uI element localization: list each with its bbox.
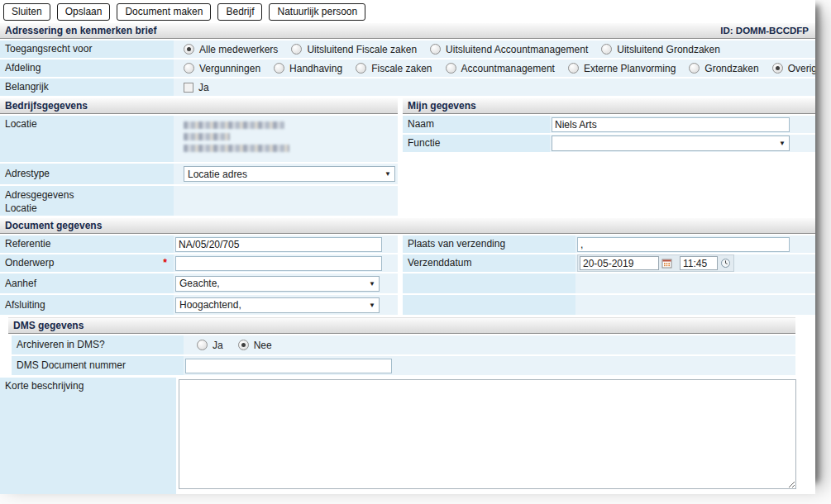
row-afdeling: Afdeling Vergunningen Handhaving Fiscale…	[0, 59, 815, 77]
radio-grondzaken[interactable]: Grondzaken	[689, 63, 758, 74]
radio-icon[interactable]	[274, 63, 284, 74]
mijn-gegevens-panel: Mijn gegevens Naam Functie ▼	[403, 98, 815, 152]
referentie-label: Referentie	[0, 235, 174, 253]
radio-handhaving[interactable]: Handhaving	[274, 63, 342, 74]
radio-label: Vergunningen	[199, 63, 260, 74]
locatie-value-redacted	[174, 116, 398, 162]
section-title: Bedrijfsgegevens	[5, 100, 88, 112]
afsluiting-select[interactable]: Hoogachtend, ▼	[175, 297, 380, 313]
adresgegevens-label-line1: Adresgegevens	[5, 189, 74, 201]
functie-value: ▼	[550, 135, 815, 152]
adrestype-select[interactable]: Locatie adres ▼	[184, 166, 395, 182]
aanhef-select[interactable]: Geachte, ▼	[175, 276, 380, 292]
radio-icon[interactable]	[356, 63, 366, 74]
archiveren-label: Archiveren in DMS?	[12, 335, 184, 354]
sluiten-button[interactable]: Sluiten	[3, 3, 50, 21]
radio-icon[interactable]	[184, 44, 194, 55]
korte-beschrijving-label: Korte beschrijving	[0, 378, 176, 494]
section-title: Document gegevens	[5, 220, 102, 231]
redacted-text-line	[184, 133, 230, 140]
calendar-icon[interactable]	[661, 257, 673, 269]
row-adrestype: Adrestype Locatie adres ▼	[0, 164, 398, 184]
aanhef-selected-value: Geachte,	[179, 278, 220, 289]
radio-icon[interactable]	[772, 63, 783, 74]
adrestype-label: Adrestype	[0, 164, 174, 184]
radio-icon[interactable]	[184, 63, 194, 74]
radio-label: Fiscale zaken	[371, 63, 432, 74]
radio-overig[interactable]: Overig	[772, 63, 815, 74]
radio-icon[interactable]	[197, 340, 208, 350]
radio-accountmanagement[interactable]: Accountmanagement	[446, 63, 555, 74]
row-adresgegevens-locatie: Adresgegevens Locatie	[0, 186, 398, 216]
onderwerp-input[interactable]	[175, 256, 382, 271]
radio-fiscale-zaken[interactable]: Fiscale zaken	[356, 63, 432, 74]
radio-icon[interactable]	[291, 44, 302, 55]
section-header-mijn-gegevens: Mijn gegevens	[403, 98, 815, 114]
radio-icon[interactable]	[689, 63, 700, 74]
empty-label-cell	[403, 273, 575, 293]
radio-label: Ja	[213, 340, 223, 351]
aanhef-value: Geachte, ▼	[174, 273, 398, 293]
radio-icon[interactable]	[601, 44, 612, 55]
redacted-text-line	[184, 121, 284, 129]
tijd-field[interactable]: 11:45	[680, 256, 718, 270]
document-maken-button[interactable]: Document maken	[117, 3, 211, 21]
radio-externe-planvorming[interactable]: Externe Planvorming	[568, 63, 676, 74]
toegangsrecht-options: Alle medewerkers Uitsluitend Fiscale zak…	[174, 40, 815, 58]
row-naam: Naam	[403, 116, 815, 133]
section-title: Mijn gegevens	[408, 100, 476, 112]
plaats-input[interactable]	[577, 237, 790, 252]
section-title: DMS gegevens	[13, 320, 84, 331]
natuurlijk-persoon-button[interactable]: Natuurlijk persoon	[269, 3, 365, 21]
empty-label-cell	[403, 295, 575, 315]
empty-value-cell	[575, 273, 815, 293]
functie-select[interactable]: ▼	[552, 136, 790, 151]
checkbox-icon[interactable]	[184, 83, 193, 93]
section-header-adressering: Adressering en kenmerken brief ID: DOMM-…	[0, 23, 815, 39]
afdeling-options: Vergunningen Handhaving Fiscale zaken Ac…	[174, 59, 815, 77]
korte-beschrijving-area	[176, 378, 815, 494]
naam-label: Naam	[403, 116, 550, 133]
datum-field[interactable]: 20-05-2019	[580, 256, 659, 270]
plaats-label: Plaats van verzending	[403, 235, 575, 253]
dms-nummer-input[interactable]	[185, 359, 392, 373]
plaats-value	[575, 235, 815, 253]
functie-label: Functie	[403, 135, 550, 152]
radio-icon[interactable]	[430, 44, 441, 55]
radio-uitsluitend-grondzaken[interactable]: Uitsluitend Grondzaken	[601, 44, 720, 55]
referentie-input[interactable]	[175, 237, 382, 252]
chevron-down-icon: ▼	[369, 280, 375, 288]
toegangsrecht-label: Toegangsrecht voor	[0, 40, 174, 58]
radio-dms-ja[interactable]: Ja	[197, 340, 223, 351]
record-id: ID: DOMM-BCCDFP	[720, 26, 809, 36]
bedrijfsgegevens-panel: Bedrijfsgegevens Locatie Adrestype Locat…	[0, 98, 398, 216]
naam-value	[550, 116, 815, 133]
radio-icon[interactable]	[446, 63, 456, 74]
korte-beschrijving-textarea[interactable]	[179, 379, 796, 489]
datetime-group: 20-05-2019 11:45	[577, 254, 734, 272]
radio-uitsluitend-accountmanagement[interactable]: Uitsluitend Accountmanagement	[430, 44, 588, 55]
chevron-down-icon: ▼	[779, 140, 786, 147]
checkbox-label: Ja	[198, 82, 209, 93]
radio-icon[interactable]	[568, 63, 579, 74]
row-locatie: Locatie	[0, 116, 398, 162]
radio-icon[interactable]	[238, 340, 249, 350]
chevron-down-icon: ▼	[369, 302, 375, 309]
dms-nummer-label: DMS Document nummer	[12, 356, 184, 375]
onderwerp-label-text: Onderwerp	[5, 257, 54, 269]
radio-alle-medewerkers[interactable]: Alle medewerkers	[184, 44, 278, 55]
radio-vergunningen[interactable]: Vergunningen	[184, 63, 260, 74]
naam-input[interactable]	[552, 117, 790, 132]
aanhef-label: Aanhef	[0, 273, 174, 293]
checkbox-ja[interactable]: Ja	[184, 82, 209, 93]
toolbar: Sluiten Opslaan Document maken Bedrijf N…	[0, 0, 815, 23]
bedrijf-button[interactable]: Bedrijf	[217, 3, 262, 21]
radio-label: Overig	[788, 63, 815, 74]
radio-uitsluitend-fiscale-zaken[interactable]: Uitsluitend Fiscale zaken	[291, 44, 417, 55]
adrestype-value: Locatie adres ▼	[174, 164, 398, 184]
form-window: Sluiten Opslaan Document maken Bedrijf N…	[0, 0, 815, 478]
onderwerp-value	[174, 254, 398, 272]
opslaan-button[interactable]: Opslaan	[57, 3, 111, 21]
clock-icon[interactable]	[719, 257, 732, 269]
radio-dms-nee[interactable]: Nee	[238, 340, 272, 351]
